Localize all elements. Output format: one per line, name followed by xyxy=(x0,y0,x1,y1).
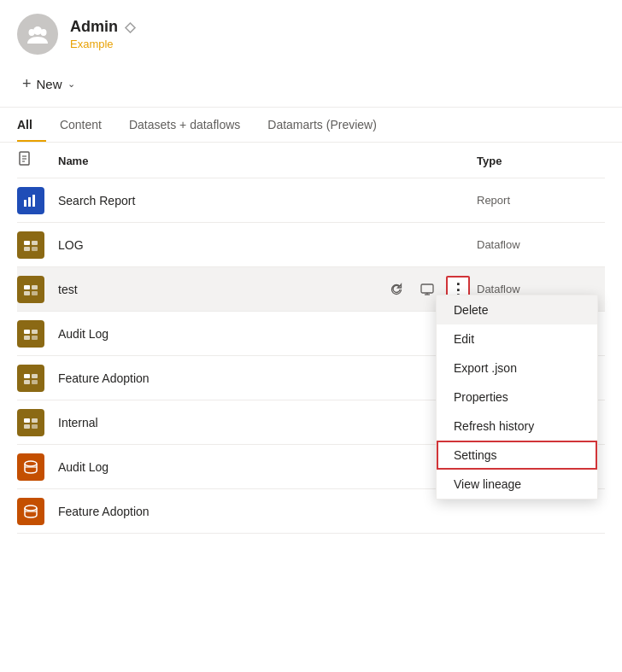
plus-icon: + xyxy=(22,75,32,93)
svg-rect-7 xyxy=(24,200,26,207)
svg-rect-23 xyxy=(32,330,38,334)
svg-rect-16 xyxy=(32,285,38,289)
svg-rect-18 xyxy=(32,291,38,295)
menu-item-refresh-history[interactable]: Refresh history xyxy=(437,412,597,441)
header: Admin ◇ Example xyxy=(0,0,622,65)
tab-bar: All Content Datasets + dataflows Datamar… xyxy=(0,108,622,143)
svg-rect-33 xyxy=(32,424,38,429)
new-label: New xyxy=(37,77,62,91)
menu-item-export-json[interactable]: Export .json xyxy=(437,354,597,383)
menu-item-edit[interactable]: Edit xyxy=(437,324,597,354)
item-name: Internal xyxy=(58,416,477,429)
svg-rect-27 xyxy=(32,374,38,378)
svg-rect-30 xyxy=(24,418,30,423)
svg-point-34 xyxy=(25,461,37,466)
dataflow-icon xyxy=(17,409,44,436)
svg-rect-25 xyxy=(32,336,38,340)
row-icon-col xyxy=(17,276,58,303)
new-button[interactable]: + New ⌄ xyxy=(17,72,80,96)
row-icon-col xyxy=(17,187,58,214)
row-icon-col xyxy=(17,409,58,436)
item-name: LOG xyxy=(58,238,477,252)
name-column-header: Name xyxy=(58,155,477,167)
dataflow-icon xyxy=(17,320,44,348)
menu-item-properties[interactable]: Properties xyxy=(437,383,597,412)
menu-item-delete[interactable]: Delete xyxy=(437,295,597,324)
chevron-down-icon: ⌄ xyxy=(67,79,75,90)
row-icon-col xyxy=(17,231,58,259)
avatar-icon xyxy=(24,20,51,48)
svg-rect-10 xyxy=(37,193,38,194)
svg-rect-9 xyxy=(32,195,35,207)
svg-rect-15 xyxy=(24,285,30,289)
dataflow-icon xyxy=(17,231,44,259)
svg-rect-12 xyxy=(32,241,38,245)
table-row: LOG Dataflow xyxy=(17,223,605,267)
table-row: test ⋮ Dataflow Delete Edit xyxy=(17,267,605,312)
menu-item-settings[interactable]: Settings xyxy=(437,441,597,470)
item-type: Report xyxy=(477,194,605,207)
header-icon-col xyxy=(17,151,58,171)
dataflow-icon xyxy=(17,365,44,392)
avatar xyxy=(17,14,58,55)
table-row: Search Report Report xyxy=(17,178,605,223)
svg-point-36 xyxy=(25,505,37,511)
row-icon-col xyxy=(17,453,58,481)
svg-rect-32 xyxy=(24,424,30,429)
svg-rect-8 xyxy=(28,197,31,207)
header-title: Admin ◇ xyxy=(70,18,135,36)
tab-datamarts[interactable]: Datamarts (Preview) xyxy=(254,108,390,142)
item-type: Dataflow xyxy=(477,283,605,295)
svg-point-0 xyxy=(33,26,42,35)
row-icon-col xyxy=(17,498,58,525)
header-info: Admin ◇ Example xyxy=(70,18,135,50)
content-table: Name Type Search Report Report xyxy=(0,143,622,534)
item-name: test xyxy=(58,283,384,296)
item-name: Audit Log xyxy=(58,460,477,474)
svg-rect-22 xyxy=(24,330,30,334)
row-icon-col xyxy=(17,320,58,348)
context-menu: Delete Edit Export .json Properties Refr… xyxy=(436,295,598,500)
workspace-subtitle: Example xyxy=(70,38,135,50)
menu-item-view-lineage[interactable]: View lineage xyxy=(437,470,597,499)
svg-rect-26 xyxy=(24,374,30,378)
svg-point-1 xyxy=(29,29,35,36)
refresh-icon[interactable] xyxy=(384,278,408,301)
svg-rect-17 xyxy=(24,291,30,295)
tab-content[interactable]: Content xyxy=(46,108,115,142)
svg-rect-29 xyxy=(32,380,38,384)
item-name: Feature Adoption xyxy=(58,505,477,518)
item-type: Dataflow xyxy=(477,238,605,251)
table-header: Name Type xyxy=(17,143,605,178)
item-name: Search Report xyxy=(58,194,477,207)
row-icon-col xyxy=(17,365,58,392)
svg-rect-24 xyxy=(24,336,30,340)
workspace-name: Admin xyxy=(70,18,118,36)
svg-rect-31 xyxy=(32,418,38,423)
type-column-header: Type xyxy=(477,155,605,167)
toolbar: + New ⌄ xyxy=(0,65,622,108)
svg-rect-13 xyxy=(24,247,30,251)
svg-rect-28 xyxy=(24,380,30,384)
tab-all[interactable]: All xyxy=(17,108,46,142)
item-name: Feature Adoption xyxy=(58,371,477,385)
svg-rect-14 xyxy=(32,247,38,251)
datamart-icon xyxy=(17,498,44,525)
svg-rect-19 xyxy=(421,284,433,293)
svg-point-2 xyxy=(41,29,47,36)
tab-datasets[interactable]: Datasets + dataflows xyxy=(115,108,254,142)
svg-rect-11 xyxy=(24,241,30,245)
dataflow-icon xyxy=(17,276,44,303)
item-name: Audit Log xyxy=(58,327,477,341)
diamond-icon: ◇ xyxy=(125,19,135,35)
datamart-icon xyxy=(17,453,44,481)
report-icon xyxy=(17,187,44,214)
